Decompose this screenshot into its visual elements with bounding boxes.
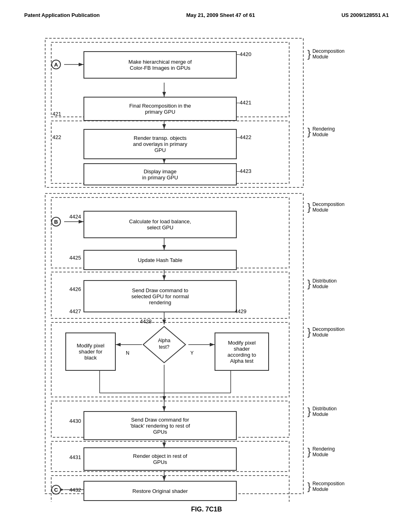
- label-4421: –4421: [237, 100, 251, 106]
- node-4423: Display imagein primary GPU: [83, 163, 237, 185]
- node-4429-modify: Modify pixelshaderaccording toAlpha test: [215, 332, 269, 371]
- page-header: Patent Application Publication May 21, 2…: [16, 8, 397, 26]
- label-4426: 4426: [69, 286, 81, 292]
- node-4426: Send Draw command toselected GPU for nor…: [83, 280, 237, 312]
- label-4420: –4420: [237, 51, 251, 57]
- module-dist2: } DistributionModule: [307, 406, 337, 417]
- svg-text:Alpha: Alpha: [158, 338, 171, 343]
- label-4422: –4422: [237, 134, 251, 140]
- label-4429: 4429: [235, 308, 246, 314]
- module-decomp3: } DecompositionModule: [307, 326, 344, 338]
- module-decomp2: } DecompositionModule: [307, 202, 344, 213]
- diagram-area: A Make hierarchical merge ofColor-FB Ima…: [21, 26, 392, 502]
- circle-B: B: [51, 217, 61, 227]
- header-center: May 21, 2009 Sheet 47 of 61: [186, 12, 255, 18]
- node-4422: Render transp. objectsand overlays in pr…: [83, 129, 237, 159]
- diamond-svg: Alpha test?: [141, 324, 188, 365]
- node-4425: Update Hash Table: [83, 250, 237, 270]
- module-rendering2: } RenderingModule: [307, 446, 335, 457]
- svg-text:test?: test?: [159, 344, 169, 350]
- label-4430: 4430: [69, 418, 81, 424]
- node-4424: Calculate for load balance,select GPU: [83, 211, 237, 238]
- label-4431: 4431: [69, 454, 81, 460]
- label-4424: 4424: [69, 214, 81, 220]
- label-4427: 4427: [69, 308, 81, 314]
- header-right: US 2009/128551 A1: [342, 12, 389, 18]
- header-left: Patent Application Publication: [24, 12, 100, 18]
- node-4432: Restore Original shader: [83, 481, 237, 501]
- node-4431: Render object in rest ofGPUs: [83, 447, 237, 471]
- label-N: N: [126, 350, 129, 356]
- node-4421: Final Recomposition in theprimary GPU: [83, 97, 237, 121]
- label-422: 422: [52, 134, 61, 140]
- module-dist1: } DistributionModule: [307, 278, 337, 289]
- label-4425: 4425: [69, 255, 81, 261]
- module-rendering1: } RenderingModule: [307, 126, 335, 137]
- module-recomp: } RecompositionModule: [307, 481, 344, 492]
- node-4430: Send Draw command for'black' rendering t…: [83, 411, 237, 440]
- module-decomp1: } DecompositionModule: [307, 48, 344, 60]
- diamond-4428: Alpha test?: [141, 324, 188, 366]
- label-Y: Y: [190, 350, 194, 356]
- label-4423: –4423: [237, 168, 251, 174]
- circle-A: A: [51, 60, 61, 69]
- label-421: 421: [52, 111, 61, 117]
- circle-C: C: [51, 485, 61, 495]
- node-4427-modify: Modify pixelshader forblack: [65, 332, 116, 371]
- label-4432: 4432: [69, 487, 81, 493]
- figure-caption: FIG. 7C1B: [16, 506, 397, 513]
- page: Patent Application Publication May 21, 2…: [0, 0, 413, 532]
- label-4428: 4428: [140, 318, 152, 324]
- node-4420: Make hierarchical merge ofColor-FB Image…: [83, 51, 237, 79]
